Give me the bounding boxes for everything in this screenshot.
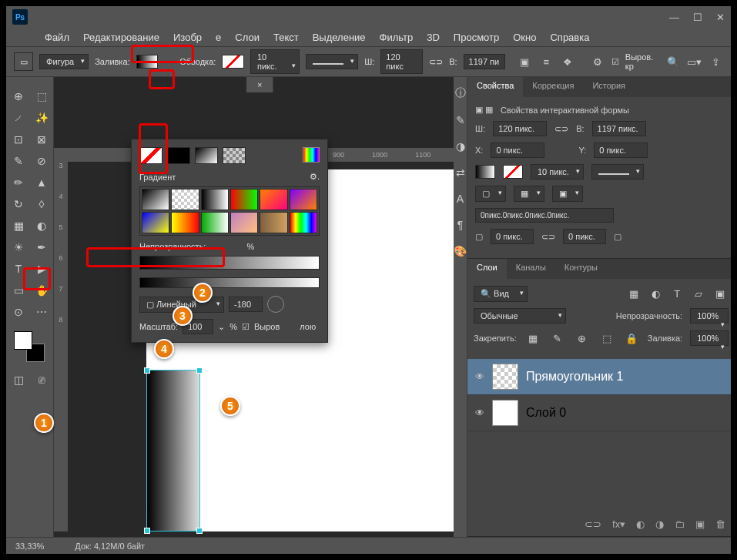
visibility-icon[interactable]: 👁 — [475, 407, 484, 418]
menu-filter[interactable]: Фильтр — [380, 32, 414, 43]
minimize-icon[interactable]: — — [669, 12, 679, 23]
menu-select[interactable]: Выделение — [313, 32, 366, 43]
visibility-icon[interactable]: 👁 — [475, 371, 484, 382]
menu-layer[interactable]: Слои — [235, 32, 260, 43]
prop-x[interactable]: 0 пикс. — [491, 143, 544, 158]
workspace-icon[interactable]: ▭▾ — [687, 53, 702, 70]
prop-stroke-width[interactable]: 10 пикс. — [531, 164, 584, 179]
brushes-icon[interactable]: ✎ — [456, 114, 465, 126]
stroke-swatch[interactable] — [222, 55, 244, 69]
layer-name[interactable]: Прямоугольник 1 — [526, 370, 623, 384]
prop-width[interactable]: 120 пикс. — [493, 121, 547, 136]
new-layer-icon[interactable]: ▣ — [695, 518, 705, 530]
tab-layers[interactable]: Слои — [467, 259, 507, 279]
corners-input[interactable]: 0пикс.0пикс.0пикс.0пикс. — [475, 208, 614, 223]
stroke-width[interactable]: 10 пикс. — [250, 49, 300, 74]
gradient-preset[interactable] — [260, 189, 287, 210]
lock-all-icon[interactable]: 🔒 — [623, 330, 640, 347]
character-icon[interactable]: A — [457, 193, 464, 205]
eyedropper-tool[interactable]: ✎ — [8, 151, 29, 171]
layer-name[interactable]: Слой 0 — [526, 406, 566, 420]
radius-tl[interactable]: 0 пикс. — [491, 229, 534, 244]
link-icon[interactable]: ⊂⊃ — [554, 124, 568, 134]
search-icon[interactable]: 🔍 — [666, 53, 682, 70]
tab-channels[interactable]: Каналы — [507, 259, 555, 279]
angle-dial[interactable] — [267, 296, 284, 313]
lock-artboard-icon[interactable]: ⬚ — [598, 330, 615, 347]
layer-opacity[interactable]: 100% — [690, 308, 729, 324]
gradient-preset[interactable] — [290, 189, 317, 210]
radius-tr[interactable]: 0 пикс. — [563, 229, 606, 244]
tab-history[interactable]: История — [583, 77, 635, 97]
paragraph-icon[interactable]: ¶ — [457, 219, 464, 231]
fx-icon[interactable]: fx▾ — [612, 518, 625, 530]
align-edges-checkbox[interactable]: ☑ — [611, 57, 619, 67]
gradient-preset[interactable] — [290, 212, 317, 233]
fill-swatch[interactable] — [136, 55, 159, 69]
menu-3d[interactable]: 3D — [427, 32, 440, 43]
share-icon[interactable]: ⇪ — [709, 53, 724, 70]
quickmask-tool[interactable]: ◫ — [8, 370, 29, 390]
history-brush-tool[interactable]: ↻ — [8, 194, 29, 214]
prop-height[interactable]: 1197 пикс. — [592, 121, 646, 136]
lock-pixels-icon[interactable]: ▦ — [524, 330, 541, 347]
stroke-style[interactable] — [306, 54, 358, 69]
magic-wand-tool[interactable]: ✨ — [31, 108, 52, 128]
group-icon[interactable]: 🗀 — [675, 518, 685, 530]
brush-tool[interactable]: ✏ — [8, 173, 29, 193]
foreground-color[interactable] — [14, 331, 32, 350]
prop-fill[interactable] — [475, 165, 495, 179]
layer-row[interactable]: 👁 Прямоугольник 1 — [467, 359, 731, 395]
menu-edit[interactable]: Редактирование — [83, 32, 159, 43]
blend-mode[interactable]: Обычные — [474, 308, 566, 324]
align-dropdown[interactable]: ▣ — [552, 186, 583, 202]
tab-adjustments[interactable]: Коррекция — [523, 77, 583, 97]
filter-smart-icon[interactable]: ▣ — [712, 285, 729, 302]
gear-icon[interactable]: ⚙ — [590, 53, 605, 70]
transform-handle[interactable] — [144, 528, 150, 534]
fill-pattern[interactable] — [223, 147, 246, 164]
prop-stroke[interactable] — [503, 165, 523, 179]
rectangle-tool[interactable]: ▭ — [8, 280, 29, 300]
close-icon[interactable]: ✕ — [716, 12, 725, 23]
layer-row[interactable]: 👁 Слой 0 — [467, 395, 731, 431]
zoom-tool[interactable]: ⊙ — [8, 302, 29, 322]
active-tool-icon[interactable]: ▭ — [14, 52, 33, 71]
type-tool[interactable]: T — [8, 259, 29, 279]
document-tab[interactable]: × — [246, 77, 273, 92]
tab-paths[interactable]: Контуры — [555, 259, 607, 279]
blur-tool[interactable]: ◐ — [31, 216, 52, 236]
dodge-tool[interactable]: ☀ — [8, 237, 29, 257]
prop-y[interactable]: 0 пикс. — [594, 143, 648, 158]
layer-fill[interactable]: 100% — [690, 330, 729, 346]
link-layers-icon[interactable]: ⊂⊃ — [585, 518, 601, 530]
prop-stroke-style[interactable] — [591, 164, 644, 179]
path-select-tool[interactable]: ▶ — [31, 259, 52, 279]
layer-thumb[interactable] — [492, 364, 518, 390]
stamp-tool[interactable]: ▲ — [31, 173, 52, 193]
align-icon[interactable]: ≡ — [538, 53, 554, 70]
join-dropdown[interactable]: ▦ — [514, 186, 544, 202]
transform-handle[interactable] — [144, 367, 150, 374]
color-icon[interactable]: 🎨 — [454, 245, 467, 257]
lock-move-icon[interactable]: ⊕ — [574, 330, 591, 347]
patch-tool[interactable]: ⊘ — [31, 151, 52, 171]
layer-thumb[interactable] — [492, 400, 518, 426]
adjustment-icon[interactable]: ◑ — [655, 518, 664, 530]
gradient-preset[interactable] — [260, 212, 287, 233]
cap-dropdown[interactable]: ▢ — [475, 186, 506, 202]
height-input[interactable]: 1197 пи — [464, 54, 506, 69]
reverse-checkbox[interactable]: ☑ — [242, 322, 250, 332]
width-input[interactable]: 120 пикс — [380, 49, 423, 74]
menu-type[interactable]: Текст — [273, 32, 299, 43]
filter-adj-icon[interactable]: ◐ — [647, 285, 664, 302]
menu-window[interactable]: Окно — [513, 32, 536, 43]
gradient-preset[interactable] — [230, 212, 258, 233]
doc-info[interactable]: Док: 4,12M/0 байт — [75, 542, 145, 551]
crop-tool[interactable]: ⊡ — [8, 129, 29, 149]
path-ops-icon[interactable]: ▣ — [516, 53, 533, 70]
gradient-tool[interactable]: ▦ — [8, 216, 29, 236]
maximize-icon[interactable]: ☐ — [693, 12, 702, 23]
link-radii-icon[interactable]: ⊂⊃ — [541, 232, 555, 242]
adjustments-icon[interactable]: ◑ — [456, 140, 465, 153]
